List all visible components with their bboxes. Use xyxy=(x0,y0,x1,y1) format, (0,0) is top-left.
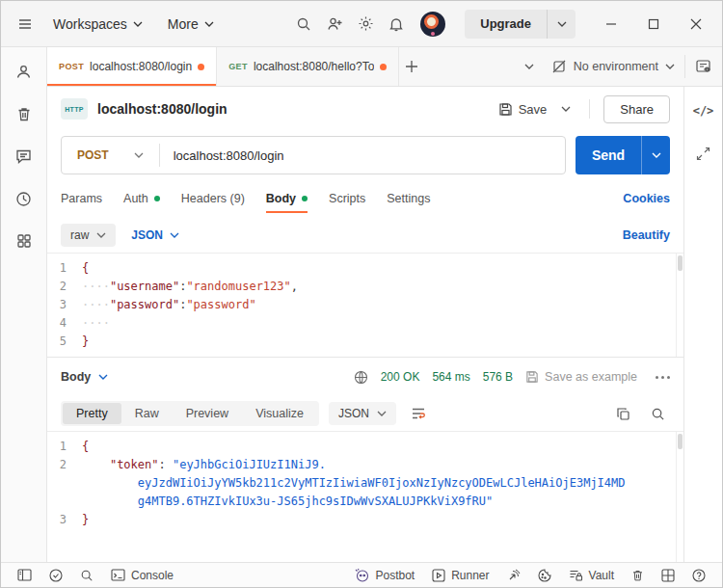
search-response-icon[interactable] xyxy=(645,401,670,426)
status-badge[interactable]: 200 OK xyxy=(381,370,420,384)
app-window: Workspaces More Upgrade xyxy=(0,0,723,588)
save-dropdown-icon[interactable] xyxy=(556,96,576,121)
body-mode-row: raw JSON Beautify xyxy=(47,218,683,253)
tab-body[interactable]: Body xyxy=(266,188,308,209)
request-body-editor[interactable]: 1{ 2····"username":"randomuser123", 3···… xyxy=(47,253,683,358)
tab-settings[interactable]: Settings xyxy=(387,188,430,209)
resize-icon[interactable] xyxy=(691,141,716,166)
trash-icon[interactable] xyxy=(12,101,37,126)
tab-auth[interactable]: Auth xyxy=(123,188,160,209)
cookie-icon[interactable] xyxy=(531,563,558,587)
bell-icon[interactable] xyxy=(384,12,409,37)
response-size[interactable]: 576 B xyxy=(483,370,513,384)
request-header: HTTP localhost:8080/login Save Share xyxy=(47,87,683,131)
view-visualize[interactable]: Visualize xyxy=(242,403,317,424)
search-icon[interactable] xyxy=(291,12,316,37)
url-box: POST xyxy=(61,136,566,174)
method-selector[interactable]: POST xyxy=(62,148,159,162)
scrollbar-track[interactable] xyxy=(676,254,683,357)
beautify-link[interactable]: Beautify xyxy=(623,228,670,242)
code-line: 5} xyxy=(47,333,683,351)
runner-button[interactable]: Runner xyxy=(425,563,495,587)
tab-params[interactable]: Params xyxy=(61,188,102,209)
url-input[interactable] xyxy=(160,148,565,163)
globe-icon xyxy=(354,370,368,385)
help-icon[interactable] xyxy=(685,563,712,587)
response-options-icon[interactable] xyxy=(656,376,670,379)
workspaces-menu[interactable]: Workspaces xyxy=(43,11,152,38)
code-text: ····"username":"randomuser123", xyxy=(82,278,298,296)
console-icon xyxy=(111,569,125,581)
environment-quicklook-icon[interactable] xyxy=(685,54,722,79)
grid-icon[interactable] xyxy=(12,228,37,254)
send-button[interactable]: Send xyxy=(576,136,641,174)
tab-scripts[interactable]: Scripts xyxy=(329,188,365,209)
tab-headers[interactable]: Headers (9) xyxy=(181,188,245,209)
save-as-example[interactable]: Save as example xyxy=(525,370,637,384)
environment-selector[interactable]: No environment xyxy=(542,47,684,86)
url-row: POST Send xyxy=(47,131,683,179)
app-topbar: Workspaces More Upgrade xyxy=(1,1,722,47)
scrollbar-track[interactable] xyxy=(676,432,683,562)
split-pane-icon[interactable] xyxy=(655,563,682,587)
upgrade-button[interactable]: Upgrade xyxy=(465,10,547,39)
response-format-selector[interactable]: JSON xyxy=(329,402,396,425)
request-tab-2[interactable]: GET localhost:8080/hello?To xyxy=(217,47,399,86)
scrollbar-thumb[interactable] xyxy=(678,255,683,271)
copy-icon[interactable] xyxy=(610,401,635,426)
send-dropdown-icon[interactable] xyxy=(641,136,670,174)
upgrade-dropdown[interactable] xyxy=(547,10,576,39)
trash-icon[interactable] xyxy=(625,563,651,587)
view-raw[interactable]: Raw xyxy=(121,403,173,424)
minimize-icon[interactable] xyxy=(597,10,626,39)
body-format-selector[interactable]: JSON xyxy=(131,228,179,242)
code-text: eyJzdWIiOiJyYW5kb211c2VyMTIzIiwiaWF0Ijox… xyxy=(82,474,626,493)
body-mode-selector[interactable]: raw xyxy=(61,224,116,247)
invite-user-icon[interactable] xyxy=(322,12,347,37)
menu-icon[interactable] xyxy=(13,12,38,37)
response-body-viewer[interactable]: 1{ 2 "token": "eyJhbGciOiJIUzI1NiJ9. eyJ… xyxy=(47,431,683,562)
send-split-button: Send xyxy=(576,136,670,174)
view-pretty[interactable]: Pretty xyxy=(63,403,121,424)
comment-icon[interactable] xyxy=(12,144,37,169)
vault-button[interactable]: Vault xyxy=(562,563,621,587)
more-menu[interactable]: More xyxy=(158,11,224,38)
line-number: 2 xyxy=(47,456,82,474)
cookies-link[interactable]: Cookies xyxy=(623,192,670,205)
save-label: Save xyxy=(519,102,548,117)
code-icon[interactable]: </> xyxy=(691,98,716,123)
code-text: { xyxy=(82,259,89,278)
console-button[interactable]: Console xyxy=(104,563,180,587)
chevron-down-icon xyxy=(377,411,387,416)
scrollbar-thumb[interactable] xyxy=(678,434,683,449)
avatar[interactable] xyxy=(420,12,445,37)
response-stats: 200 OK 564 ms 576 B Save as example xyxy=(354,370,670,385)
sidebar-toggle-icon[interactable] xyxy=(11,563,39,587)
close-icon[interactable] xyxy=(682,10,710,39)
save-button[interactable]: Save xyxy=(498,102,548,117)
new-tab-icon[interactable] xyxy=(399,54,424,79)
line-number: 1 xyxy=(47,438,82,456)
gear-icon[interactable] xyxy=(353,12,378,37)
history-icon[interactable] xyxy=(12,186,37,211)
tab-label: Scripts xyxy=(329,192,365,205)
postbot-button[interactable]: Postbot xyxy=(348,563,421,587)
checkmark-icon[interactable] xyxy=(42,563,69,587)
chevron-down-icon xyxy=(96,232,106,238)
user-icon[interactable] xyxy=(12,59,37,84)
find-icon[interactable] xyxy=(73,563,100,587)
tab-options-icon[interactable] xyxy=(517,54,542,79)
response-time[interactable]: 564 ms xyxy=(432,370,469,384)
runner-label: Runner xyxy=(451,569,489,582)
tab-title: localhost:8080/login xyxy=(90,60,192,73)
view-preview[interactable]: Preview xyxy=(173,403,242,424)
line-number: 3 xyxy=(47,296,82,314)
capture-icon[interactable] xyxy=(500,563,527,587)
request-tab-1[interactable]: POST localhost:8080/login xyxy=(47,47,217,86)
wrap-text-icon[interactable] xyxy=(406,401,431,426)
maximize-icon[interactable] xyxy=(639,10,668,39)
share-button[interactable]: Share xyxy=(603,95,670,123)
response-pane-selector[interactable]: Body xyxy=(61,370,108,384)
line-number xyxy=(47,493,82,511)
line-number xyxy=(47,474,82,493)
